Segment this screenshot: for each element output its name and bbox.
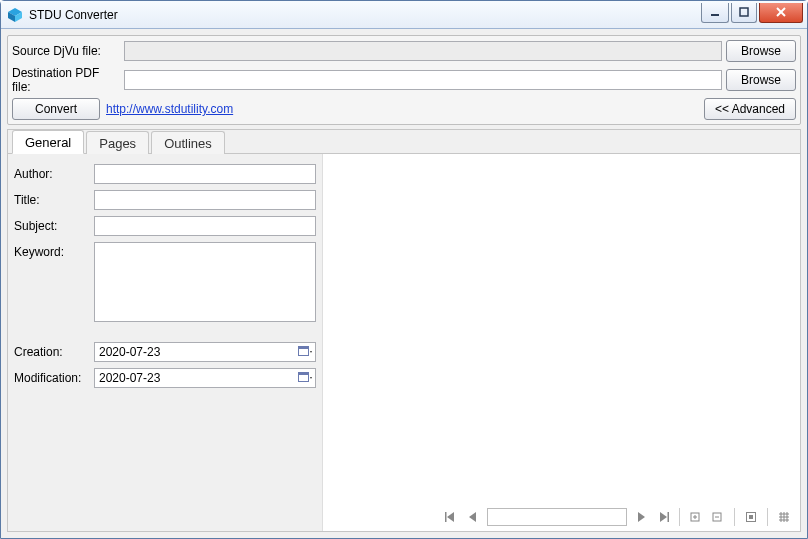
modification-date-value: 2020-07-23 bbox=[99, 371, 297, 385]
modification-date-field[interactable]: 2020-07-23 bbox=[94, 368, 316, 388]
tab-pages[interactable]: Pages bbox=[86, 131, 149, 154]
subject-input[interactable] bbox=[94, 216, 316, 236]
svg-rect-4 bbox=[740, 8, 748, 16]
top-panel: Source DjVu file: Browse Destination PDF… bbox=[7, 35, 801, 125]
svg-rect-3 bbox=[711, 14, 719, 16]
zoom-in-icon bbox=[689, 510, 703, 524]
svg-marker-14 bbox=[447, 512, 454, 522]
prev-page-button[interactable] bbox=[463, 507, 483, 527]
app-window: STDU Converter Source DjVu file: Browse bbox=[0, 0, 808, 539]
separator bbox=[734, 508, 735, 526]
next-page-button[interactable] bbox=[631, 507, 651, 527]
advanced-button[interactable]: << Advanced bbox=[704, 98, 796, 120]
first-page-button[interactable] bbox=[441, 507, 461, 527]
last-page-icon bbox=[656, 510, 670, 524]
svg-rect-11 bbox=[299, 373, 309, 376]
creation-date-value: 2020-07-23 bbox=[99, 345, 297, 359]
calendar-dropdown-icon bbox=[297, 344, 313, 360]
dest-label: Destination PDF file: bbox=[12, 66, 120, 94]
fit-page-button[interactable] bbox=[741, 507, 761, 527]
svg-rect-13 bbox=[445, 512, 447, 522]
app-icon bbox=[7, 7, 23, 23]
source-row: Source DjVu file: Browse bbox=[12, 40, 796, 62]
tab-body: Author: Title: Subject: Keyword: bbox=[8, 153, 800, 531]
separator bbox=[679, 508, 680, 526]
svg-marker-17 bbox=[660, 512, 667, 522]
page-number-input[interactable] bbox=[487, 508, 627, 526]
close-button[interactable] bbox=[759, 3, 803, 23]
svg-rect-18 bbox=[668, 512, 670, 522]
preview-panel bbox=[323, 154, 800, 531]
close-icon bbox=[775, 6, 787, 18]
page-navbar bbox=[441, 507, 794, 527]
minimize-button[interactable] bbox=[701, 3, 729, 23]
fit-page-icon bbox=[744, 510, 758, 524]
svg-marker-16 bbox=[638, 512, 645, 522]
source-label: Source DjVu file: bbox=[12, 44, 120, 58]
window-buttons bbox=[701, 3, 807, 23]
zoom-out-button[interactable] bbox=[708, 507, 728, 527]
grid-view-button[interactable] bbox=[774, 507, 794, 527]
titlebar: STDU Converter bbox=[1, 1, 807, 29]
author-input[interactable] bbox=[94, 164, 316, 184]
last-page-button[interactable] bbox=[653, 507, 673, 527]
subject-label: Subject: bbox=[14, 216, 88, 233]
prev-page-icon bbox=[466, 510, 480, 524]
title-input[interactable] bbox=[94, 190, 316, 210]
svg-rect-8 bbox=[299, 347, 309, 350]
svg-marker-15 bbox=[469, 512, 476, 522]
dest-file-field[interactable] bbox=[124, 70, 722, 90]
tabs-area: General Pages Outlines Author: Title: bbox=[7, 129, 801, 532]
tab-outlines[interactable]: Outlines bbox=[151, 131, 225, 154]
browse-source-button[interactable]: Browse bbox=[726, 40, 796, 62]
metadata-form: Author: Title: Subject: Keyword: bbox=[8, 154, 323, 531]
first-page-icon bbox=[444, 510, 458, 524]
modification-label: Modification: bbox=[14, 368, 88, 385]
calendar-dropdown-icon bbox=[297, 370, 313, 386]
creation-date-field[interactable]: 2020-07-23 bbox=[94, 342, 316, 362]
tabstrip: General Pages Outlines bbox=[8, 129, 800, 153]
keyword-label: Keyword: bbox=[14, 242, 88, 259]
svg-rect-25 bbox=[749, 515, 753, 519]
svg-marker-12 bbox=[310, 377, 312, 379]
client-area: Source DjVu file: Browse Destination PDF… bbox=[1, 29, 807, 538]
separator bbox=[767, 508, 768, 526]
keyword-input[interactable] bbox=[94, 242, 316, 322]
maximize-icon bbox=[739, 7, 749, 17]
action-row: Convert http://www.stdutility.com << Adv… bbox=[12, 98, 796, 120]
grid-icon bbox=[777, 510, 791, 524]
website-link[interactable]: http://www.stdutility.com bbox=[104, 102, 233, 116]
next-page-icon bbox=[634, 510, 648, 524]
tab-general[interactable]: General bbox=[12, 130, 84, 154]
convert-button[interactable]: Convert bbox=[12, 98, 100, 120]
source-file-field[interactable] bbox=[124, 41, 722, 61]
dest-row: Destination PDF file: Browse bbox=[12, 66, 796, 94]
maximize-button[interactable] bbox=[731, 3, 757, 23]
zoom-in-button[interactable] bbox=[686, 507, 706, 527]
browse-dest-button[interactable]: Browse bbox=[726, 69, 796, 91]
author-label: Author: bbox=[14, 164, 88, 181]
svg-marker-9 bbox=[310, 351, 312, 353]
title-label: Title: bbox=[14, 190, 88, 207]
zoom-out-icon bbox=[711, 510, 725, 524]
minimize-icon bbox=[710, 7, 720, 17]
window-title: STDU Converter bbox=[29, 8, 701, 22]
creation-label: Creation: bbox=[14, 342, 88, 359]
